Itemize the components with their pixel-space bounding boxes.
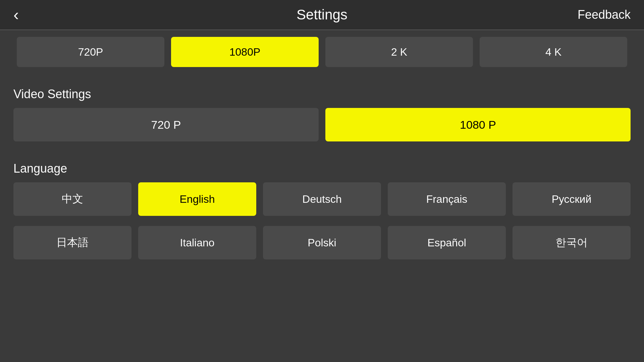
header: ‹ Settings Feedback (0, 0, 644, 30)
res-720p-button[interactable]: 720P (17, 37, 164, 67)
lang-espanol-button[interactable]: Español (388, 226, 506, 259)
lang-english-button[interactable]: English (138, 182, 256, 216)
res-1080p-button[interactable]: 1080P (171, 37, 319, 67)
res-2k-button[interactable]: 2 K (325, 37, 473, 67)
lang-chinese-button[interactable]: 中文 (13, 182, 131, 216)
lang-polski-button[interactable]: Polski (263, 226, 381, 259)
language-row-1: 中文 English Deutsch Français Русский (0, 179, 644, 219)
language-row-2: 日本語 Italiano Polski Español 한국어 (0, 223, 644, 263)
back-button[interactable]: ‹ (13, 7, 19, 23)
video-settings-row: 720 P 1080 P (0, 105, 644, 148)
lang-deutsch-button[interactable]: Deutsch (263, 182, 381, 216)
lang-francais-button[interactable]: Français (388, 182, 506, 216)
resolution-top-row: 720P 1080P 2 K 4 K (0, 30, 644, 74)
language-label: Language (0, 155, 644, 179)
video-720p-button[interactable]: 720 P (13, 108, 319, 141)
lang-russian-button[interactable]: Русский (513, 182, 631, 216)
video-settings-label: Video Settings (0, 80, 644, 105)
feedback-button[interactable]: Feedback (578, 8, 631, 22)
lang-italiano-button[interactable]: Italiano (138, 226, 256, 259)
lang-japanese-button[interactable]: 日本語 (13, 226, 131, 259)
res-4k-button[interactable]: 4 K (480, 37, 627, 67)
page-title: Settings (297, 7, 347, 23)
video-1080p-button[interactable]: 1080 P (325, 108, 631, 141)
divider-2 (0, 148, 644, 155)
lang-korean-button[interactable]: 한국어 (513, 226, 631, 259)
divider-1 (0, 74, 644, 80)
